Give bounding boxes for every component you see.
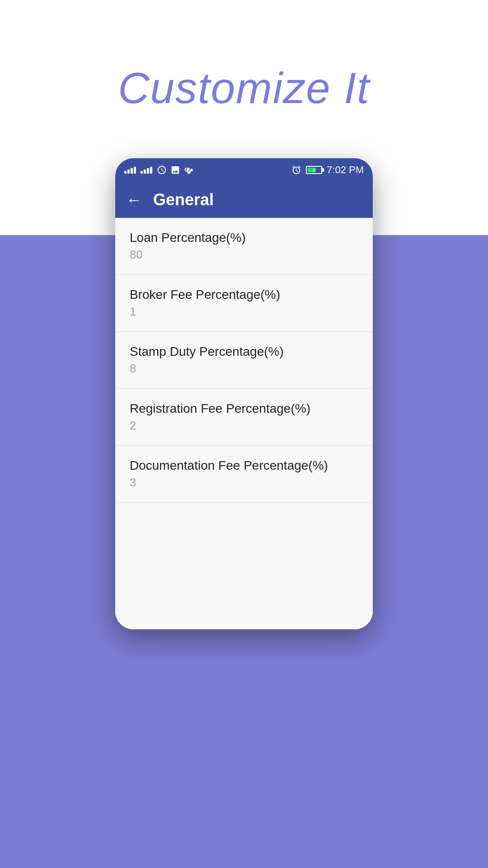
status-right: ⚡ 7:02 PM (291, 164, 364, 176)
back-button[interactable]: ← (126, 190, 142, 209)
settings-item-documentation[interactable]: Documentation Fee Percentage(%) 3 (115, 446, 373, 503)
broker-fee-label: Broker Fee Percentage(%) (130, 288, 358, 302)
settings-item-broker[interactable]: Broker Fee Percentage(%) 1 (115, 275, 373, 332)
battery-icon: ⚡ (306, 166, 322, 174)
registration-fee-value: 2 (130, 419, 358, 433)
documentation-fee-label: Documentation Fee Percentage(%) (130, 458, 358, 473)
clock-icon (157, 165, 167, 175)
image-icon (170, 165, 180, 175)
settings-list: Loan Percentage(%) 80 Broker Fee Percent… (115, 218, 373, 629)
page-title: Customize It (118, 63, 370, 113)
stamp-duty-value: 8 (130, 362, 358, 376)
status-icons (157, 165, 194, 175)
battery-bolt-icon: ⚡ (311, 168, 317, 173)
settings-item-empty (115, 503, 373, 629)
status-time: 7:02 PM (327, 164, 364, 176)
settings-item-stamp[interactable]: Stamp Duty Percentage(%) 8 (115, 332, 373, 389)
phone-mockup: ⚡ 7:02 PM ← General Loan Percentage(%) 8… (115, 158, 373, 629)
signal-bars-1 (124, 167, 136, 174)
signal-bars-2 (141, 167, 152, 174)
alarm-icon (291, 165, 301, 175)
status-bar: ⚡ 7:02 PM (115, 158, 373, 182)
broker-fee-value: 1 (130, 305, 358, 319)
app-toolbar: ← General (115, 182, 373, 218)
status-left (124, 165, 194, 175)
usb-icon (184, 165, 194, 175)
battery-container: ⚡ (306, 166, 322, 174)
documentation-fee-value: 3 (130, 476, 358, 490)
toolbar-title: General (153, 190, 214, 209)
registration-fee-label: Registration Fee Percentage(%) (130, 401, 358, 416)
settings-item-registration[interactable]: Registration Fee Percentage(%) 2 (115, 389, 373, 446)
page-background: Customize It (0, 0, 488, 868)
loan-percentage-label: Loan Percentage(%) (130, 231, 358, 245)
stamp-duty-label: Stamp Duty Percentage(%) (130, 344, 358, 359)
loan-percentage-value: 80 (130, 248, 358, 262)
settings-item-loan[interactable]: Loan Percentage(%) 80 (115, 218, 373, 275)
